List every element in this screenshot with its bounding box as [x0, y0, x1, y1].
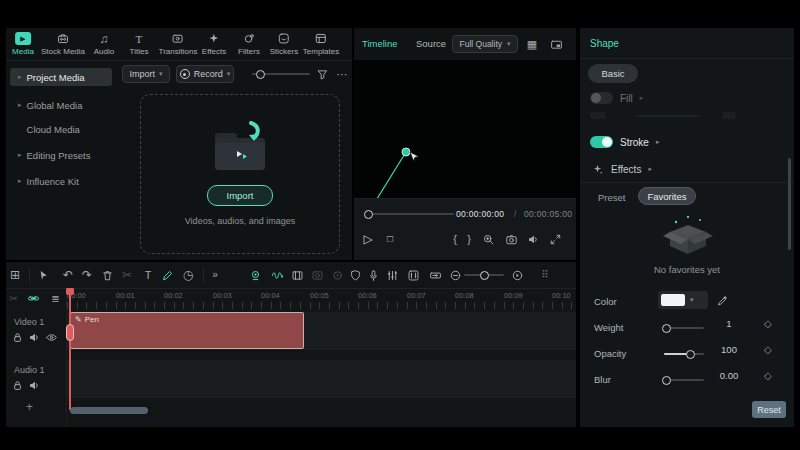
tab-titles[interactable]: T Titles	[130, 32, 149, 56]
mask-icon[interactable]	[309, 267, 325, 283]
voiceover-mic-icon[interactable]	[365, 267, 381, 283]
shield-denoise-icon[interactable]	[347, 267, 363, 283]
blur-keyframe-icon[interactable]: ◇	[764, 370, 772, 381]
tab-audio[interactable]: ♫ Audio	[94, 32, 114, 56]
render-preview-icon[interactable]	[548, 36, 564, 52]
import-dropzone[interactable]: Import Videos, audios, and images	[140, 94, 340, 254]
preview-tab-timeline[interactable]: Timeline	[362, 38, 398, 49]
equalizer-icon[interactable]	[384, 267, 400, 283]
weight-slider[interactable]	[664, 327, 704, 329]
blur-slider-thumb[interactable]	[662, 376, 671, 385]
track-height-icon[interactable]: ⠿	[537, 267, 553, 283]
add-track-button[interactable]: +	[26, 400, 33, 414]
favorites-tab[interactable]: Favorites	[638, 187, 696, 205]
clip-trim-handle[interactable]	[66, 324, 74, 341]
tab-stickers[interactable]: Stickers	[270, 32, 298, 56]
more-tools-icon[interactable]: »	[207, 267, 223, 283]
tab-media[interactable]: ▶ Media	[12, 32, 34, 56]
play-button[interactable]: ▷	[360, 231, 376, 247]
opacity-slider[interactable]	[664, 353, 704, 355]
sidebar-item-project-media[interactable]: ▸ Project Media	[10, 68, 112, 86]
preview-tab-source[interactable]: Source	[416, 38, 446, 49]
track-lock-icon[interactable]	[10, 378, 24, 392]
tab-transitions[interactable]: Transitions	[159, 32, 198, 56]
expander-icon[interactable]: ▸	[648, 165, 652, 173]
tab-templates[interactable]: Templates	[303, 32, 339, 56]
record-dropdown-button[interactable]: Record ▾	[176, 65, 234, 83]
snapshot-camera-icon[interactable]	[503, 231, 519, 247]
more-options-icon[interactable]: ⋯	[334, 66, 350, 82]
playhead-line[interactable]	[69, 288, 71, 410]
stroke-toggle[interactable]	[590, 136, 613, 148]
zoom-out-icon[interactable]	[447, 267, 463, 283]
track-hide-eye-icon[interactable]	[44, 330, 58, 344]
film-roll-icon[interactable]	[289, 267, 305, 283]
redo-icon[interactable]: ↷	[79, 267, 95, 283]
preview-canvas[interactable]	[354, 60, 576, 198]
seek-bar[interactable]	[366, 213, 454, 215]
slider-thumb[interactable]	[256, 70, 265, 79]
split-scissors-icon[interactable]: ✂	[119, 267, 135, 283]
opacity-slider-thumb[interactable]	[686, 350, 695, 359]
zoom-fit-icon[interactable]	[509, 267, 525, 283]
timeline-clip-pen[interactable]: ✎ Pen	[70, 312, 304, 349]
timeline-hscrollbar[interactable]	[70, 407, 148, 414]
fullscreen-icon[interactable]	[547, 231, 563, 247]
grid-view-icon[interactable]: ▦	[524, 36, 540, 52]
tab-filters[interactable]: Filters	[238, 32, 260, 56]
sidebar-item-editing-presets[interactable]: ▸ Editing Presets	[10, 146, 112, 164]
expander-icon[interactable]: ▸	[656, 138, 660, 146]
blur-slider[interactable]	[664, 379, 704, 381]
fill-toggle[interactable]	[590, 92, 613, 104]
weight-slider-thumb[interactable]	[662, 324, 671, 333]
audio-track-lane[interactable]	[66, 360, 576, 398]
text-tool-icon[interactable]: T	[140, 267, 156, 283]
opacity-keyframe-icon[interactable]: ◇	[764, 344, 772, 355]
mark-in-icon[interactable]: {	[448, 231, 462, 247]
motion-track-icon[interactable]	[329, 267, 345, 283]
audio-wave-icon[interactable]	[269, 267, 285, 283]
import-dropdown-button[interactable]: Import ▾	[122, 65, 170, 83]
undo-icon[interactable]: ↶	[60, 267, 76, 283]
seek-thumb[interactable]	[364, 210, 373, 219]
select-pointer-icon[interactable]	[35, 267, 51, 283]
blur-value[interactable]: 0.00	[712, 370, 746, 381]
pen-draw-tool-icon[interactable]	[159, 267, 175, 283]
weight-keyframe-icon[interactable]: ◇	[764, 318, 772, 329]
inspector-scrollbar[interactable]	[788, 158, 791, 250]
mark-out-icon[interactable]: }	[462, 231, 476, 247]
speaker-icon[interactable]	[525, 231, 541, 247]
speed-clock-icon[interactable]: ◷	[180, 267, 196, 283]
import-button[interactable]: Import	[207, 185, 273, 206]
auto-ripple-icon[interactable]	[427, 267, 443, 283]
track-mute-icon[interactable]	[27, 330, 41, 344]
unlink-scissors-icon[interactable]: ✂	[6, 291, 21, 306]
stroke-color-picker[interactable]: ▾	[658, 291, 708, 309]
sidebar-item-influence-kit[interactable]: ▸ Influence Kit	[10, 172, 112, 190]
timeline-ruler[interactable]: ✂ ≣ 00:00 00:01 00:02 00:03 00:04 00:05 …	[6, 288, 576, 310]
eyedropper-icon[interactable]	[714, 292, 730, 308]
sidebar-item-global-media[interactable]: ▸ Global Media	[10, 96, 112, 114]
timeline-zoom-slider[interactable]	[464, 274, 504, 276]
thumbnail-size-slider[interactable]	[252, 73, 310, 75]
reset-button[interactable]: Reset	[752, 401, 786, 418]
filter-funnel-icon[interactable]	[314, 66, 330, 82]
stop-button[interactable]: □	[382, 231, 398, 247]
weight-value[interactable]: 1	[712, 318, 746, 329]
delete-trash-icon[interactable]	[99, 267, 115, 283]
preview-zoom-icon[interactable]	[480, 231, 496, 247]
media-library-grid-icon[interactable]: ⊞	[7, 267, 23, 283]
playhead-handle[interactable]	[66, 288, 74, 295]
track-mute-icon[interactable]	[27, 378, 41, 392]
timeline-zoom-thumb[interactable]	[480, 271, 489, 280]
track-lock-icon[interactable]	[10, 330, 24, 344]
record-webcam-icon[interactable]	[247, 267, 263, 283]
tab-effects[interactable]: Effects	[202, 32, 226, 56]
preset-tab[interactable]: Preset	[598, 192, 625, 203]
audio-mixer-icon[interactable]	[405, 267, 421, 283]
tab-stock-media[interactable]: Stock Media	[41, 32, 85, 56]
basic-tab[interactable]: Basic	[588, 64, 638, 83]
link-snap-icon[interactable]	[26, 291, 41, 306]
sidebar-item-cloud-media[interactable]: ▸ Cloud Media	[10, 120, 112, 138]
track-manager-icon[interactable]: ≣	[48, 291, 63, 306]
